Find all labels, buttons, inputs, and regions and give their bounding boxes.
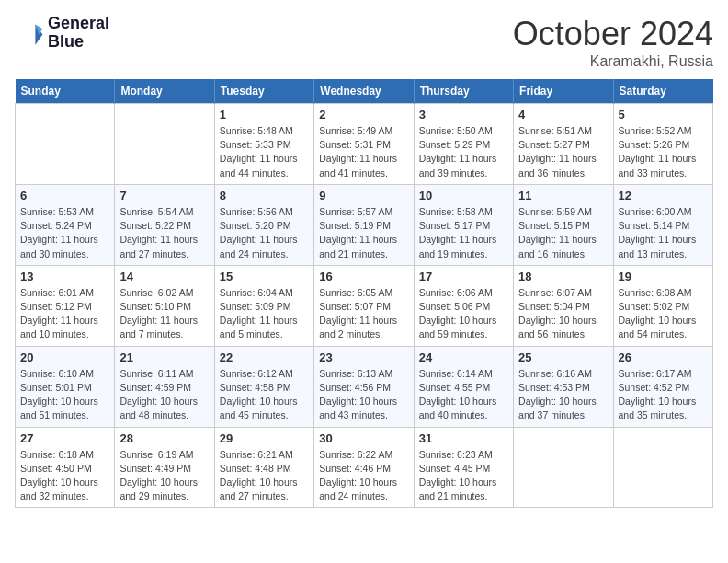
day-info: Sunrise: 5:57 AMSunset: 5:19 PMDaylight:… <box>319 205 408 261</box>
day-number: 28 <box>119 431 209 445</box>
day-number: 8 <box>220 189 309 202</box>
day-info: Sunrise: 6:23 AMSunset: 4:45 PMDaylight:… <box>419 448 508 504</box>
calendar-cell: 5Sunrise: 5:52 AMSunset: 5:26 PMDaylight… <box>613 104 712 185</box>
day-number: 24 <box>419 350 508 364</box>
day-number: 13 <box>20 270 109 283</box>
day-of-week-header: Saturday <box>613 79 712 104</box>
calendar-week-row: 1Sunrise: 5:48 AMSunset: 5:33 PMDaylight… <box>16 104 713 185</box>
day-info: Sunrise: 6:00 AMSunset: 5:14 PMDaylight:… <box>619 205 708 261</box>
calendar-cell <box>16 104 115 185</box>
calendar-cell: 2Sunrise: 5:49 AMSunset: 5:31 PMDaylight… <box>314 104 414 185</box>
calendar-cell: 27Sunrise: 6:18 AMSunset: 4:50 PMDayligh… <box>16 427 115 508</box>
day-info: Sunrise: 5:54 AMSunset: 5:22 PMDaylight:… <box>119 205 209 261</box>
calendar-cell: 1Sunrise: 5:48 AMSunset: 5:33 PMDaylight… <box>214 104 313 185</box>
day-number: 19 <box>619 270 708 283</box>
day-of-week-header: Monday <box>115 79 214 104</box>
day-number: 22 <box>220 350 309 364</box>
day-info: Sunrise: 5:59 AMSunset: 5:15 PMDaylight:… <box>518 205 608 261</box>
calendar-week-row: 6Sunrise: 5:53 AMSunset: 5:24 PMDaylight… <box>16 184 713 265</box>
day-info: Sunrise: 6:07 AMSunset: 5:04 PMDaylight:… <box>518 286 608 342</box>
calendar-cell: 10Sunrise: 5:58 AMSunset: 5:17 PMDayligh… <box>414 184 513 265</box>
calendar-cell: 28Sunrise: 6:19 AMSunset: 4:49 PMDayligh… <box>115 427 214 508</box>
day-info: Sunrise: 6:13 AMSunset: 4:56 PMDaylight:… <box>319 367 408 423</box>
day-info: Sunrise: 5:52 AMSunset: 5:26 PMDaylight:… <box>619 124 708 180</box>
calendar-week-row: 13Sunrise: 6:01 AMSunset: 5:12 PMDayligh… <box>16 265 713 346</box>
logo-text: General Blue <box>48 15 109 52</box>
day-of-week-header: Sunday <box>16 79 115 104</box>
day-number: 16 <box>319 270 408 283</box>
calendar-cell: 17Sunrise: 6:06 AMSunset: 5:06 PMDayligh… <box>414 265 513 346</box>
day-number: 14 <box>119 270 209 283</box>
day-number: 3 <box>419 108 508 121</box>
calendar-cell: 31Sunrise: 6:23 AMSunset: 4:45 PMDayligh… <box>414 427 513 508</box>
calendar-cell: 16Sunrise: 6:05 AMSunset: 5:07 PMDayligh… <box>314 265 414 346</box>
title-area: October 2024 Karamakhi, Russia <box>513 15 713 70</box>
header-row: SundayMondayTuesdayWednesdayThursdayFrid… <box>16 79 713 104</box>
day-number: 2 <box>319 108 408 121</box>
day-info: Sunrise: 6:05 AMSunset: 5:07 PMDaylight:… <box>319 286 408 342</box>
day-info: Sunrise: 6:10 AMSunset: 5:01 PMDaylight:… <box>20 367 109 423</box>
day-info: Sunrise: 6:04 AMSunset: 5:09 PMDaylight:… <box>220 286 309 342</box>
day-info: Sunrise: 5:50 AMSunset: 5:29 PMDaylight:… <box>419 124 508 180</box>
logo-icon <box>15 18 44 48</box>
calendar-cell: 12Sunrise: 6:00 AMSunset: 5:14 PMDayligh… <box>613 184 712 265</box>
calendar-cell: 13Sunrise: 6:01 AMSunset: 5:12 PMDayligh… <box>16 265 115 346</box>
calendar-cell: 8Sunrise: 5:56 AMSunset: 5:20 PMDaylight… <box>214 184 313 265</box>
calendar-cell: 4Sunrise: 5:51 AMSunset: 5:27 PMDaylight… <box>514 104 613 185</box>
day-number: 7 <box>119 189 209 202</box>
day-number: 31 <box>419 431 508 445</box>
calendar-table: SundayMondayTuesdayWednesdayThursdayFrid… <box>15 79 713 508</box>
calendar-cell: 22Sunrise: 6:12 AMSunset: 4:58 PMDayligh… <box>214 346 313 427</box>
day-number: 6 <box>20 189 109 202</box>
day-number: 10 <box>419 189 508 202</box>
day-number: 30 <box>319 431 408 445</box>
day-number: 21 <box>119 350 209 364</box>
calendar-cell: 11Sunrise: 5:59 AMSunset: 5:15 PMDayligh… <box>514 184 613 265</box>
day-number: 17 <box>419 270 508 283</box>
day-number: 27 <box>20 431 109 445</box>
day-info: Sunrise: 6:02 AMSunset: 5:10 PMDaylight:… <box>119 286 209 342</box>
day-number: 20 <box>20 350 109 364</box>
location-title: Karamakhi, Russia <box>513 53 713 70</box>
calendar-cell: 24Sunrise: 6:14 AMSunset: 4:55 PMDayligh… <box>414 346 513 427</box>
day-info: Sunrise: 6:19 AMSunset: 4:49 PMDaylight:… <box>119 448 209 504</box>
day-number: 11 <box>518 189 608 202</box>
calendar-cell: 6Sunrise: 5:53 AMSunset: 5:24 PMDaylight… <box>16 184 115 265</box>
day-info: Sunrise: 6:16 AMSunset: 4:53 PMDaylight:… <box>518 367 608 423</box>
day-number: 18 <box>518 270 608 283</box>
day-info: Sunrise: 6:21 AMSunset: 4:48 PMDaylight:… <box>220 448 309 504</box>
day-number: 29 <box>220 431 309 445</box>
calendar-cell: 20Sunrise: 6:10 AMSunset: 5:01 PMDayligh… <box>16 346 115 427</box>
logo: General Blue <box>15 15 109 52</box>
calendar-cell: 15Sunrise: 6:04 AMSunset: 5:09 PMDayligh… <box>214 265 313 346</box>
day-info: Sunrise: 5:51 AMSunset: 5:27 PMDaylight:… <box>518 124 608 180</box>
day-info: Sunrise: 5:49 AMSunset: 5:31 PMDaylight:… <box>319 124 408 180</box>
day-of-week-header: Friday <box>514 79 613 104</box>
day-info: Sunrise: 6:06 AMSunset: 5:06 PMDaylight:… <box>419 286 508 342</box>
day-info: Sunrise: 5:58 AMSunset: 5:17 PMDaylight:… <box>419 205 508 261</box>
day-of-week-header: Tuesday <box>214 79 313 104</box>
calendar-cell: 25Sunrise: 6:16 AMSunset: 4:53 PMDayligh… <box>514 346 613 427</box>
calendar-cell: 7Sunrise: 5:54 AMSunset: 5:22 PMDaylight… <box>115 184 214 265</box>
calendar-cell <box>514 427 613 508</box>
day-info: Sunrise: 6:08 AMSunset: 5:02 PMDaylight:… <box>619 286 708 342</box>
day-of-week-header: Wednesday <box>314 79 414 104</box>
day-info: Sunrise: 5:56 AMSunset: 5:20 PMDaylight:… <box>220 205 309 261</box>
day-of-week-header: Thursday <box>414 79 513 104</box>
day-number: 9 <box>319 189 408 202</box>
day-number: 4 <box>518 108 608 121</box>
day-info: Sunrise: 6:17 AMSunset: 4:52 PMDaylight:… <box>619 367 708 423</box>
calendar-week-row: 20Sunrise: 6:10 AMSunset: 5:01 PMDayligh… <box>16 346 713 427</box>
calendar-week-row: 27Sunrise: 6:18 AMSunset: 4:50 PMDayligh… <box>16 427 713 508</box>
day-info: Sunrise: 6:12 AMSunset: 4:58 PMDaylight:… <box>220 367 309 423</box>
calendar-cell: 18Sunrise: 6:07 AMSunset: 5:04 PMDayligh… <box>514 265 613 346</box>
day-number: 12 <box>619 189 708 202</box>
day-info: Sunrise: 6:11 AMSunset: 4:59 PMDaylight:… <box>119 367 209 423</box>
day-info: Sunrise: 6:22 AMSunset: 4:46 PMDaylight:… <box>319 448 408 504</box>
day-number: 5 <box>619 108 708 121</box>
day-number: 23 <box>319 350 408 364</box>
day-info: Sunrise: 6:01 AMSunset: 5:12 PMDaylight:… <box>20 286 109 342</box>
day-number: 15 <box>220 270 309 283</box>
day-number: 1 <box>220 108 309 121</box>
calendar-cell: 30Sunrise: 6:22 AMSunset: 4:46 PMDayligh… <box>314 427 414 508</box>
